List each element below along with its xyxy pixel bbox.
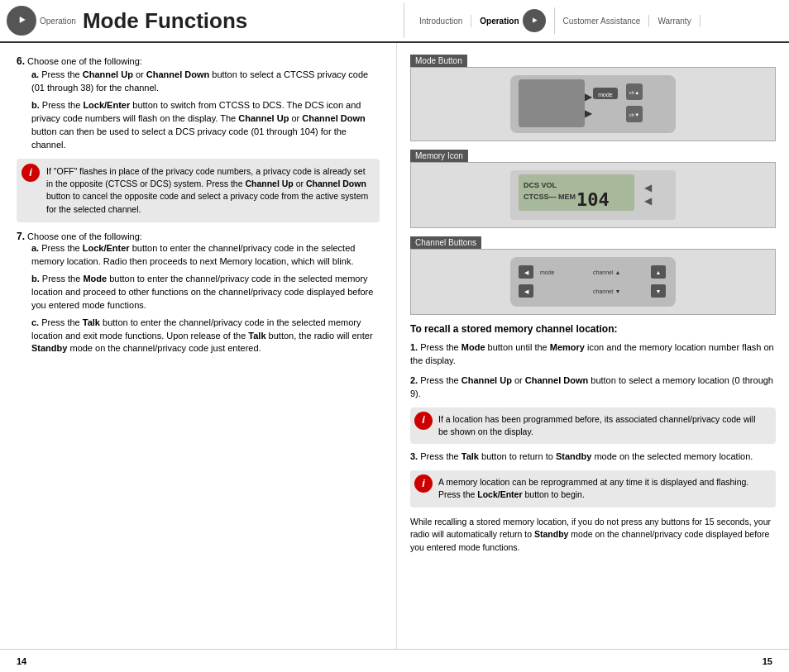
note-icon-3: i [414, 474, 433, 493]
svg-text:CTCSS— MEM: CTCSS— MEM [524, 193, 576, 201]
step7c-text4: mode on the channel/privacy code just en… [67, 343, 261, 353]
svg-text:ch▲: ch▲ [629, 90, 639, 95]
recall-step2-text2: or [512, 375, 525, 385]
svg-text:104: 104 [576, 189, 610, 210]
step6-num: 6. [17, 55, 25, 67]
step6a-bold2: Channel Down [146, 69, 209, 79]
tab-introduction[interactable]: Introduction [411, 15, 471, 27]
channel-buttons-image: ◀ ◀ mode channel ▲ channel ▼ ▲ ▼ [410, 249, 776, 315]
note-icon-1: i [22, 164, 40, 182]
left-column: 6. Choose one of the following: a. Press… [0, 43, 397, 649]
step7-intro: Choose one of the following: [27, 231, 142, 241]
recall-step2: 2. Press the Channel Up or Channel Down … [410, 374, 776, 401]
step7-num: 7. [17, 231, 25, 242]
mode-button-section: Mode Button mode ch▲ ch▼ ▶ ▶ [410, 55, 776, 141]
memory-icon-image: DCS VOL CTCSS— MEM 104 ◀ ◀ [410, 162, 776, 228]
step6b-text1: Press the [42, 100, 84, 110]
right-column: Mode Button mode ch▲ ch▼ ▶ ▶ [397, 43, 789, 649]
channel-buttons-label: Channel Buttons [410, 236, 481, 249]
nav-tabs-right: Introduction Operation ‣ Customer Assist… [411, 7, 701, 34]
mode-button-image: mode ch▲ ch▼ ▶ ▶ [410, 67, 776, 141]
note3-text2: button to begin. [523, 489, 585, 499]
step6b-bold3: Channel Down [302, 113, 365, 123]
step7-section: 7. Choose one of the following: a. Press… [17, 231, 380, 356]
step7c-letter: c. [31, 317, 39, 327]
step7c-bold3: Standby [31, 343, 67, 353]
step7b-bold1: Mode [83, 274, 107, 284]
mode-button-svg: mode ch▲ ch▼ ▶ ▶ [502, 71, 684, 137]
svg-text:▼: ▼ [656, 288, 662, 294]
memory-icon-svg: DCS VOL CTCSS— MEM 104 ◀ ◀ [502, 166, 684, 224]
step7b-text1: Press the [42, 274, 84, 284]
note-box-1: i If "OFF" flashes in place of the priva… [17, 159, 380, 222]
svg-text:mode: mode [598, 92, 613, 98]
recall-step2-num: 2. [410, 375, 418, 385]
step7a-letter: a. [31, 243, 39, 253]
channel-buttons-svg: ◀ ◀ mode channel ▲ channel ▼ ▲ ▼ [502, 253, 684, 311]
page-header: ‣ Operation Mode Functions Introduction … [0, 0, 789, 43]
svg-text:▲: ▲ [656, 269, 662, 275]
step7b: b. Press the Mode button to enter the ch… [31, 273, 380, 312]
step6a-bold1: Channel Up [83, 69, 133, 79]
recall-step2-bold1: Channel Up [461, 375, 512, 385]
step7c-bold2: Talk [248, 331, 265, 341]
step6b-text4: button can then be used to select a DCS … [31, 126, 347, 150]
recall-step1-num: 1. [410, 342, 418, 352]
note-box-2: i If a location has been programmed befo… [410, 407, 776, 444]
step6b-letter: b. [31, 100, 40, 110]
standby-bold: Standby [534, 529, 568, 539]
step6-intro: Choose one of the following: [27, 56, 142, 66]
svg-text:◀: ◀ [644, 182, 653, 193]
svg-text:▶: ▶ [585, 107, 593, 119]
recall-step2-bold2: Channel Down [525, 375, 588, 385]
recall-step2-text1: Press the [420, 375, 461, 385]
page-footer: 14 15 [0, 649, 789, 672]
note-icon-2: i [414, 412, 433, 430]
recall-step1-text2: button until the [485, 342, 550, 352]
recall-step1-bold1: Mode [461, 342, 485, 352]
tab-warranty[interactable]: Warranty [649, 15, 700, 27]
recall-step1: 1. Press the Mode button until the Memor… [410, 341, 776, 368]
note2-text: If a location has been programmed before… [438, 414, 755, 436]
recall-step3: 3. Press the Talk button to return to St… [410, 450, 776, 464]
operation-label-left: Operation [40, 17, 76, 26]
step7c-text1: Press the [41, 317, 83, 327]
note-box-3: i A memory location can be reprogrammed … [410, 470, 776, 507]
step6b-bold2: Channel Up [238, 113, 289, 123]
step7a-bold1: Lock/Enter [83, 243, 130, 253]
step6a-text1: Press the [41, 69, 83, 79]
mode-button-label: Mode Button [410, 55, 467, 67]
step7a-text1: Press the [41, 243, 83, 253]
step7c-bold1: Talk [83, 317, 100, 327]
recall-step3-text2: button to return to [479, 451, 556, 461]
step6a-letter: a. [31, 69, 39, 79]
svg-text:▶: ▶ [585, 91, 593, 102]
svg-rect-1 [519, 79, 585, 127]
page-title: Mode Functions [83, 8, 247, 34]
step6a-text2: or [133, 69, 146, 79]
step6b: b. Press the Lock/Enter button to switch… [31, 99, 380, 152]
note1-text3: button to cancel the opposite code and s… [46, 191, 368, 213]
content-area: 6. Choose one of the following: a. Press… [0, 43, 789, 649]
note1-text2: or [294, 179, 306, 188]
note1-bold2: Channel Down [306, 179, 366, 188]
header-right: Introduction Operation ‣ Customer Assist… [404, 3, 782, 38]
step7c: c. Press the Talk button to enter the ch… [31, 317, 380, 356]
step6b-text3: or [289, 113, 302, 123]
operation-tab-left: ‣ Operation [7, 6, 76, 36]
svg-text:DCS VOL: DCS VOL [524, 181, 557, 189]
recall-step1-bold2: Memory [550, 342, 585, 352]
header-left: ‣ Operation Mode Functions [7, 6, 404, 36]
operation-icon-right: ‣ [523, 9, 546, 32]
svg-text:channel ▼: channel ▼ [593, 288, 620, 294]
svg-text:◀: ◀ [644, 195, 653, 207]
tab-customer-assistance[interactable]: Customer Assistance [555, 15, 650, 27]
tab-operation: Operation ‣ [471, 7, 554, 34]
note3-bold1: Lock/Enter [477, 489, 522, 499]
channel-buttons-section: Channel Buttons ◀ ◀ mode channel ▲ chann… [410, 236, 776, 315]
svg-rect-17 [510, 257, 676, 307]
svg-text:mode: mode [540, 269, 555, 275]
step6b-bold1: Lock/Enter [83, 100, 130, 110]
recall-step1-text1: Press the [420, 342, 461, 352]
memory-icon-label: Memory Icon [410, 150, 468, 162]
